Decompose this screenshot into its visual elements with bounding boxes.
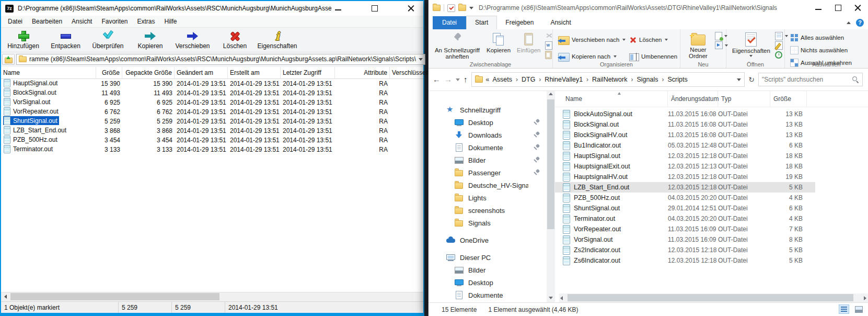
- column-header[interactable]: Name: [1, 67, 96, 78]
- file-row[interactable]: Zs2Indicator.out 12.03.2015 12:18 OUT-Da…: [555, 245, 815, 255]
- address-dropdown-icon[interactable]: [737, 78, 741, 81]
- search-box[interactable]: "Scripts" durchsuchen: [758, 73, 863, 86]
- breadcrumb-segment[interactable]: RhineValley1: [545, 76, 592, 83]
- properties-button[interactable]: Eigenschaften: [730, 31, 773, 59]
- select-all-button[interactable]: Alles auswählen: [788, 32, 846, 43]
- new-folder-quick-icon[interactable]: [458, 5, 466, 11]
- menu-item[interactable]: Ansicht: [67, 17, 97, 26]
- pin-to-quick-access-button[interactable]: An Schnellzugriff anheften: [432, 31, 483, 61]
- scroll-left-icon[interactable]: [560, 296, 563, 300]
- file-row[interactable]: BlockSignal.out 11 493 11 493 2014-01-29…: [1, 88, 423, 98]
- select-none-button[interactable]: Nichts auswählen: [788, 44, 850, 56]
- column-header[interactable]: Größe: [770, 91, 807, 107]
- file-row[interactable]: ShuntSignal.out 29.01.2014 12:51 OUT-Dat…: [555, 203, 815, 213]
- ribbon-tab[interactable]: Freigeben: [497, 16, 542, 29]
- sidebar-item[interactable]: Passenger: [429, 166, 547, 179]
- properties-quick-icon[interactable]: [447, 4, 455, 12]
- back-button[interactable]: [433, 75, 441, 84]
- column-header[interactable]: Geändert am: [175, 67, 228, 78]
- column-header[interactable]: Typ: [718, 91, 770, 107]
- column-header[interactable]: Letzter Zugriff: [281, 67, 335, 78]
- file-row[interactable]: VorRepeater.out 6 762 6 762 2014-01-29 1…: [1, 107, 423, 117]
- file-row[interactable]: HauptSignal.out 15 390 15 390 2014-01-29…: [1, 79, 423, 88]
- file-row[interactable]: PZB_500Hz.out 3 454 3 454 2014-01-29 13:…: [1, 136, 423, 145]
- customize-toolbar-icon[interactable]: [469, 7, 473, 9]
- collapse-ribbon-icon[interactable]: [847, 21, 851, 24]
- file-row[interactable]: BlockSignalHV.out 11.03.2015 16:08 OUT-D…: [555, 130, 815, 140]
- thumbnails-view-button[interactable]: [853, 304, 864, 314]
- file-row[interactable]: Bu1Indicator.out 05.03.2015 12:48 OUT-Da…: [555, 140, 815, 151]
- delete-button[interactable]: Löschen: [627, 33, 670, 46]
- toolbar-button[interactable]: Kopieren: [129, 28, 171, 51]
- copy-button[interactable]: Kopieren: [484, 31, 513, 55]
- paste-button[interactable]: Einfügen: [514, 31, 543, 55]
- sidebar-item[interactable]: Bilder: [429, 264, 547, 276]
- refresh-icon[interactable]: [748, 75, 755, 84]
- sidebar-item[interactable]: Signals: [429, 217, 547, 229]
- scrollbar-thumb[interactable]: [10, 293, 219, 300]
- menu-item[interactable]: Favoriten: [97, 17, 132, 26]
- sidebar-item[interactable]: Desktop: [429, 116, 547, 129]
- file-row[interactable]: PZB_500Hz.out 04.03.2015 20:20 OUT-Datei…: [555, 193, 815, 203]
- sidebar-item[interactable]: screenshots: [429, 204, 547, 217]
- file-row[interactable]: Terminator.out 04.03.2015 20:20 OUT-Date…: [555, 213, 815, 224]
- ribbon-tab[interactable]: Start: [466, 16, 497, 29]
- file-row[interactable]: ShuntSignal.out 5 259 5 259 2014-01-29 1…: [1, 117, 423, 126]
- details-view-button[interactable]: [839, 304, 849, 314]
- breadcrumb-segment[interactable]: DTG: [522, 76, 545, 83]
- sidebar-item[interactable]: Dokumente: [429, 289, 547, 301]
- sidebar-item[interactable]: Schnellzugriff: [429, 104, 547, 116]
- help-icon[interactable]: [856, 19, 864, 27]
- maximize-button[interactable]: [368, 3, 381, 14]
- menu-item[interactable]: Extras: [132, 17, 159, 26]
- scrollbar-thumb[interactable]: [568, 294, 853, 301]
- close-button[interactable]: [851, 2, 865, 14]
- column-header[interactable]: Attribute: [335, 67, 390, 78]
- file-row[interactable]: BlockAutoSignal.out 11.03.2015 16:08 OUT…: [555, 109, 815, 119]
- move-to-button[interactable]: Verschieben nach: [556, 33, 627, 46]
- file-row[interactable]: HauptSignal.out 12.03.2015 12:18 OUT-Dat…: [555, 151, 815, 161]
- sidebar-item[interactable]: Downloads: [429, 129, 547, 141]
- toolbar-button[interactable]: Hinzufügen: [2, 28, 44, 51]
- sidebar-scrollbar[interactable]: [547, 91, 555, 302]
- column-header[interactable]: Größe: [96, 67, 122, 78]
- breadcrumb-segment[interactable]: RailNetwork: [592, 76, 636, 83]
- file-row[interactable]: Zs6Indicator.out 12.03.2015 12:18 OUT-Da…: [555, 255, 815, 266]
- toolbar-button[interactable]: Verschieben: [171, 28, 214, 51]
- new-folder-button[interactable]: Neuer Ordner: [684, 31, 713, 61]
- toolbar-button[interactable]: Eigenschaften: [256, 28, 298, 51]
- horizontal-scrollbar[interactable]: [1, 292, 423, 301]
- file-row[interactable]: HauptsignalExit.out 12.03.2015 12:13 OUT…: [555, 161, 815, 172]
- column-header[interactable]: Erstellt am: [228, 67, 281, 78]
- scroll-right-icon[interactable]: [864, 296, 866, 300]
- toolbar-button[interactable]: Überprüfen: [87, 28, 129, 51]
- column-header[interactable]: Gepackte Größe: [122, 67, 175, 78]
- scrollbar-thumb[interactable]: [547, 99, 554, 229]
- ribbon-tab[interactable]: Ansicht: [542, 16, 579, 29]
- menu-item[interactable]: Bearbeiten: [27, 17, 67, 26]
- search-icon[interactable]: [852, 76, 859, 83]
- breadcrumb-segment[interactable]: Signals: [636, 76, 667, 83]
- toolbar-button[interactable]: Löschen: [214, 28, 256, 51]
- address-dropdown-icon[interactable]: [419, 58, 423, 61]
- recent-locations-icon[interactable]: [456, 78, 460, 81]
- maximize-button[interactable]: [831, 2, 845, 14]
- file-row[interactable]: Terminator.out 3 133 3 133 2014-01-29 13…: [1, 145, 423, 154]
- column-header[interactable]: Änderungsdatum: [668, 91, 718, 107]
- minimize-button[interactable]: [812, 2, 825, 14]
- sidebar-item[interactable]: Lights: [429, 191, 547, 204]
- up-button[interactable]: [464, 75, 468, 84]
- up-folder-button[interactable]: [2, 54, 15, 65]
- file-row[interactable]: LZB_Start_End.out 12.03.2015 12:18 OUT-D…: [555, 182, 815, 193]
- file-row[interactable]: VorSignal.out 6 925 6 925 2014-01-29 13:…: [1, 98, 423, 107]
- menu-item[interactable]: Datei: [3, 17, 27, 26]
- sidebar-item[interactable]: Bilder: [429, 154, 547, 166]
- breadcrumb-segment[interactable]: Scripts: [667, 76, 687, 83]
- file-row[interactable]: VorSignal.out 11.03.2015 16:09 OUT-Datei…: [555, 234, 815, 245]
- sidebar-item[interactable]: Dieser PC: [429, 251, 547, 264]
- file-row[interactable]: VorRepeater.out 11.03.2015 16:09 OUT-Dat…: [555, 224, 815, 234]
- close-button[interactable]: [404, 3, 418, 14]
- scroll-up-icon[interactable]: [549, 93, 553, 95]
- file-row[interactable]: BlockSignal.out 11.03.2015 16:08 OUT-Dat…: [555, 119, 815, 130]
- sidebar-item[interactable]: Desktop: [429, 276, 547, 289]
